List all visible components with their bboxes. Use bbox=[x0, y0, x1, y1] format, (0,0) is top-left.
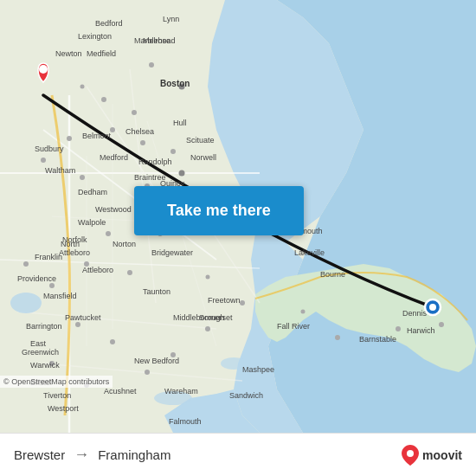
svg-text:Fall River: Fall River bbox=[277, 322, 310, 331]
svg-text:Walpole: Walpole bbox=[78, 218, 106, 227]
svg-text:Bridgewater: Bridgewater bbox=[151, 248, 193, 257]
svg-text:Falmouth: Falmouth bbox=[169, 417, 202, 426]
svg-point-25 bbox=[140, 140, 145, 145]
svg-point-45 bbox=[335, 335, 340, 340]
svg-text:Pawtucket: Pawtucket bbox=[65, 313, 101, 322]
svg-text:Sudbury: Sudbury bbox=[35, 145, 64, 153]
svg-point-34 bbox=[127, 270, 132, 275]
route-arrow-icon: → bbox=[74, 446, 89, 464]
map-attribution: © OpenStreetMap contributors bbox=[0, 376, 113, 388]
svg-point-35 bbox=[49, 283, 55, 288]
svg-text:Lynn: Lynn bbox=[163, 15, 179, 23]
bottom-bar: Brewster → Framingham moovit bbox=[0, 433, 476, 476]
svg-text:Barnstable: Barnstable bbox=[359, 335, 396, 344]
svg-text:Acushnet: Acushnet bbox=[104, 387, 137, 396]
svg-point-41 bbox=[145, 370, 150, 375]
moovit-brand-text: moovit bbox=[422, 448, 462, 462]
svg-text:Attleboro: Attleboro bbox=[59, 248, 90, 257]
svg-text:Attleboro: Attleboro bbox=[82, 266, 113, 274]
moovit-pin-icon bbox=[402, 445, 419, 466]
svg-text:Norwell: Norwell bbox=[190, 153, 216, 162]
svg-point-38 bbox=[110, 339, 115, 344]
svg-text:Medfield: Medfield bbox=[87, 49, 116, 58]
svg-point-18 bbox=[80, 85, 85, 89]
svg-text:North: North bbox=[61, 240, 80, 248]
svg-text:Greenwich: Greenwich bbox=[22, 348, 59, 357]
svg-text:Boston: Boston bbox=[160, 79, 190, 88]
svg-text:Providence: Providence bbox=[17, 274, 56, 283]
svg-point-31 bbox=[106, 231, 111, 236]
svg-text:Barrington: Barrington bbox=[26, 322, 62, 331]
svg-text:Scituate: Scituate bbox=[186, 136, 215, 145]
svg-text:Freetown: Freetown bbox=[208, 296, 241, 305]
svg-text:Westport: Westport bbox=[48, 404, 79, 413]
svg-point-112 bbox=[429, 304, 436, 311]
svg-text:New Bedford: New Bedford bbox=[134, 357, 179, 365]
svg-point-36 bbox=[23, 261, 29, 267]
svg-text:Mashpee: Mashpee bbox=[242, 365, 274, 374]
svg-point-44 bbox=[240, 300, 245, 306]
svg-point-17 bbox=[101, 97, 106, 102]
svg-point-48 bbox=[439, 322, 444, 327]
svg-point-14 bbox=[10, 293, 42, 313]
svg-point-24 bbox=[41, 158, 46, 163]
svg-text:Lakeville: Lakeville bbox=[294, 248, 325, 257]
svg-text:Taunton: Taunton bbox=[143, 287, 170, 296]
svg-text:Marblehead: Marblehead bbox=[134, 36, 176, 45]
svg-point-28 bbox=[80, 175, 85, 180]
svg-text:East: East bbox=[30, 339, 47, 348]
svg-text:Dedham: Dedham bbox=[78, 188, 107, 196]
svg-text:Somerset: Somerset bbox=[199, 313, 233, 322]
svg-point-46 bbox=[396, 326, 401, 331]
svg-text:Mansfield: Mansfield bbox=[43, 292, 77, 300]
svg-point-23 bbox=[67, 136, 72, 141]
svg-text:Wareham: Wareham bbox=[164, 387, 198, 396]
svg-text:Lexington: Lexington bbox=[78, 32, 112, 41]
svg-text:Westwood: Westwood bbox=[95, 205, 132, 214]
svg-text:Harwich: Harwich bbox=[407, 326, 435, 335]
svg-text:Waltham: Waltham bbox=[45, 166, 75, 175]
svg-point-37 bbox=[75, 322, 80, 327]
svg-text:Sandwich: Sandwich bbox=[229, 391, 263, 400]
svg-text:Dennis: Dennis bbox=[402, 309, 428, 318]
svg-text:Bourne: Bourne bbox=[320, 270, 345, 279]
moovit-logo: moovit bbox=[402, 445, 462, 466]
map-container: Lexington Newton Boston Quincy Brockton … bbox=[0, 0, 476, 433]
svg-text:Bedford: Bedford bbox=[95, 19, 123, 28]
svg-point-50 bbox=[206, 275, 210, 280]
take-me-there-button[interactable]: Take me there bbox=[134, 186, 304, 235]
svg-point-26 bbox=[170, 149, 176, 154]
svg-text:Tiverton: Tiverton bbox=[43, 391, 71, 400]
svg-text:Belmont: Belmont bbox=[82, 132, 112, 140]
svg-text:Medford: Medford bbox=[100, 153, 128, 162]
svg-text:Braintree: Braintree bbox=[134, 173, 166, 182]
svg-point-27 bbox=[179, 170, 185, 177]
svg-text:Newton: Newton bbox=[55, 49, 82, 58]
svg-text:Warwick: Warwick bbox=[30, 361, 60, 370]
svg-point-113 bbox=[407, 450, 414, 457]
svg-point-21 bbox=[132, 110, 137, 115]
svg-text:Norton: Norton bbox=[113, 240, 136, 248]
route-to-label: Framingham bbox=[98, 447, 170, 462]
svg-point-19 bbox=[149, 62, 154, 68]
svg-point-49 bbox=[301, 310, 306, 314]
svg-text:Chelsea: Chelsea bbox=[125, 127, 154, 136]
svg-text:Randolph: Randolph bbox=[138, 158, 172, 166]
svg-point-43 bbox=[205, 326, 210, 331]
route-from-label: Brewster bbox=[14, 447, 65, 462]
svg-text:Hull: Hull bbox=[173, 119, 187, 127]
svg-point-110 bbox=[39, 65, 48, 74]
